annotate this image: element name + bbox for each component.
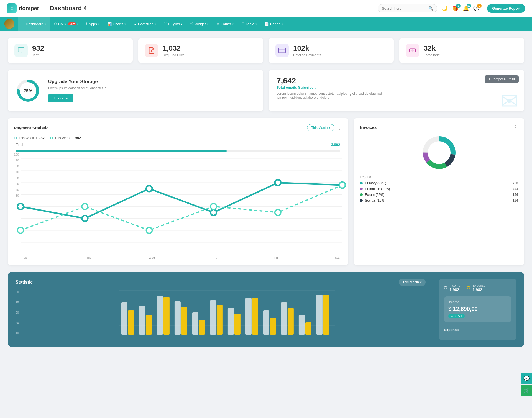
svg-point-18 — [18, 204, 24, 209]
svg-rect-61 — [305, 322, 311, 335]
gift-button[interactable]: 🎁2 — [452, 5, 458, 11]
legend-left-primary: Primary (27%) — [360, 181, 386, 185]
compose-email-button[interactable]: + Compose Email — [485, 75, 519, 83]
charts-section: Payment Statistic This Month ▾ ⋮ This We… — [8, 118, 524, 265]
legend-left-forum: Forum (22%) — [360, 193, 384, 197]
price-label: Required Price — [163, 53, 185, 57]
nav-label-cms: CMS — [58, 22, 66, 26]
this-month-button[interactable]: This Month ▾ — [307, 124, 334, 131]
total-progress-fill — [16, 150, 227, 152]
svg-rect-51 — [217, 305, 223, 335]
legend-left-socials: Socials (15%) — [360, 199, 385, 202]
chevron-down-icon-plugins: ▾ — [181, 22, 182, 25]
svg-point-19 — [82, 216, 88, 221]
legend-title: Legend — [360, 175, 518, 179]
payments-value: 102k — [293, 44, 321, 53]
invoice-legend-forum: Forum (22%) 154 — [360, 193, 518, 197]
svg-rect-59 — [288, 308, 294, 335]
more-options-icon[interactable]: ⋮ — [337, 125, 342, 131]
statistic-controls: This Month ▾ ⋮ — [399, 279, 433, 286]
invoices-legend: Legend Primary (27%) 763 Promotion (11%)… — [360, 175, 518, 202]
primary-dot — [360, 182, 363, 184]
y-axis-labels: 100 90 80 70 60 50 40 30 — [14, 153, 21, 197]
nav-item-dashboard[interactable]: ⊞ Dashboard ▾ — [18, 17, 50, 31]
stat-card-force-tariff: 32k Force tariff — [399, 38, 524, 63]
total-progress — [14, 150, 342, 152]
generate-report-button[interactable]: Generate Report — [487, 4, 525, 13]
income-change-badge: ▲ +15% — [448, 314, 465, 318]
storage-desc: Lorem ipsum dolor sit amet, onsectetur. — [48, 86, 106, 90]
stat-card-price: 1,032 Required Price — [138, 38, 263, 63]
email-desc: Lorem ipsum dolor sit amet, consectetur … — [277, 92, 387, 99]
chevron-down-icon-bootstrap: ▾ — [155, 22, 156, 25]
nav-item-table[interactable]: ☰ Table ▾ — [237, 17, 261, 31]
nav-item-widget[interactable]: ♡ Widget ▾ — [186, 17, 212, 31]
invoices-more-icon[interactable]: ⋮ — [513, 124, 518, 130]
invoices-header: Invoices ⋮ — [360, 124, 518, 130]
nav-label-widget: Widget — [195, 22, 206, 26]
invoice-legend-promotion: Promotion (11%) 321 — [360, 187, 518, 191]
nav-item-bootstrap[interactable]: ★ Bootstrap ▾ — [130, 17, 160, 31]
legend-item-2: This Week 1.982 — [50, 136, 81, 140]
dashboard-icon: ⊞ — [22, 22, 25, 26]
message-button[interactable]: 💬5 — [473, 5, 479, 11]
search-input[interactable] — [382, 6, 426, 11]
svg-point-21 — [211, 209, 216, 215]
forms-icon: 🖨 — [216, 22, 220, 26]
gift-badge: 2 — [456, 4, 461, 8]
table-icon: ☰ — [241, 22, 245, 26]
nav-label-dashboard: Dashboard — [26, 22, 44, 26]
nav-item-pages[interactable]: 📄 Pages ▾ — [261, 17, 287, 31]
middle-section: 75% Upgrade Your Storage Lorem ipsum dol… — [8, 70, 524, 111]
statistic-more-icon[interactable]: ⋮ — [428, 279, 433, 285]
svg-rect-50 — [210, 300, 216, 335]
svg-rect-47 — [181, 307, 187, 335]
invoices-card: Invoices ⋮ Legend — [354, 118, 524, 265]
income-legend-value: 1.982 — [449, 288, 460, 292]
tariff-label: Tariff — [32, 53, 44, 57]
search-icon[interactable]: 🔍 — [428, 6, 433, 11]
dark-mode-button[interactable]: 🌙 — [442, 5, 448, 11]
nav-item-apps[interactable]: ℹ Apps ▾ — [82, 17, 103, 31]
widget-icon: ♡ — [190, 22, 193, 26]
svg-point-29 — [339, 182, 345, 188]
bar-y-labels: 50 40 30 20 10 — [16, 290, 21, 340]
search-bar: 🔍 — [378, 4, 437, 12]
bar-chart-svg — [21, 290, 433, 335]
forum-dot — [360, 193, 363, 196]
cms-icon: ⚙ — [54, 22, 57, 26]
nav-item-forms[interactable]: 🖨 Forms ▾ — [212, 17, 237, 31]
upgrade-button[interactable]: Upgrade — [48, 94, 73, 102]
statistic-section: Statistic This Month ▾ ⋮ 50 40 30 20 — [8, 272, 524, 347]
page-title: Dashboard 4 — [50, 5, 378, 12]
invoices-donut-svg — [421, 135, 457, 171]
svg-rect-40 — [121, 302, 127, 335]
notification-badge: 12 — [467, 4, 471, 8]
bootstrap-icon: ★ — [134, 22, 137, 26]
charts-icon: 📊 — [107, 22, 112, 26]
svg-point-7 — [412, 50, 413, 51]
bar-chart-container — [21, 290, 433, 340]
notification-button[interactable]: 🔔12 — [463, 5, 469, 11]
nav-item-plugins[interactable]: ♡ Plugins ▾ — [160, 17, 186, 31]
chevron-down-icon-widget: ▾ — [207, 22, 208, 25]
main-content: 932 Tariff 1,032 Required Price 102k Det… — [0, 31, 532, 360]
chart-controls: This Month ▾ ⋮ — [307, 124, 342, 131]
nav-item-cms[interactable]: ⚙ CMS New ▾ — [50, 17, 82, 31]
total-progress-bar — [16, 150, 340, 152]
email-count: 7,642 — [277, 76, 516, 85]
payment-line-chart — [21, 153, 342, 254]
invoice-legend-socials: Socials (15%) 154 — [360, 199, 518, 202]
svg-rect-57 — [270, 318, 276, 335]
chevron-down-icon-forms: ▾ — [232, 22, 234, 25]
force-tariff-value: 32k — [424, 44, 439, 53]
expense-section: Expense — [444, 325, 511, 335]
line-chart-container: Mon Tue Wed Thu Fri Sat — [21, 153, 342, 259]
svg-rect-53 — [234, 314, 241, 335]
svg-rect-54 — [245, 298, 252, 335]
stat-cards: 932 Tariff 1,032 Required Price 102k Det… — [8, 38, 524, 63]
nav-label-pages: Pages — [270, 22, 280, 26]
nav-item-charts[interactable]: 📊 Charts ▾ — [103, 17, 130, 31]
stat-info-panel: Income 1.982 Expense 1.982 Income $ — [439, 279, 516, 340]
statistic-this-month-button[interactable]: This Month ▾ — [399, 279, 426, 286]
